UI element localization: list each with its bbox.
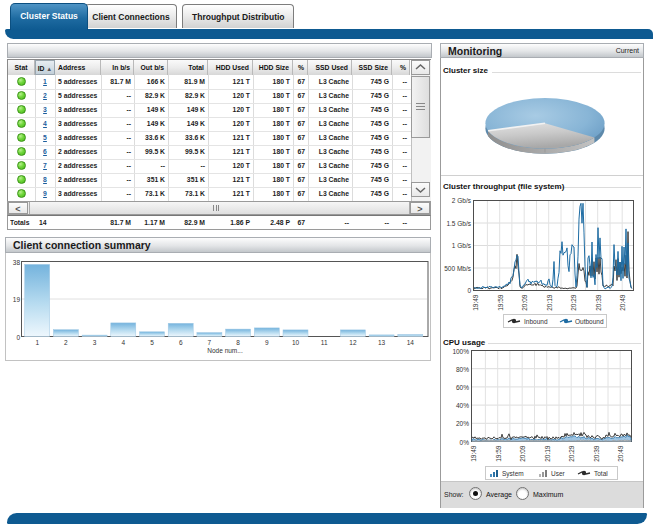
svg-text:14: 14 — [407, 339, 415, 346]
svg-text:4: 4 — [121, 339, 125, 346]
svg-text:1.5 Gb/s: 1.5 Gb/s — [446, 220, 471, 227]
svg-text:20:49: 20:49 — [617, 445, 624, 462]
svg-text:20:09: 20:09 — [521, 294, 528, 311]
svg-text:40%: 40% — [456, 402, 469, 409]
svg-text:500 Mb/s: 500 Mb/s — [444, 265, 471, 272]
svg-text:20:29: 20:29 — [568, 445, 575, 462]
svg-text:19:49: 19:49 — [472, 294, 479, 311]
svg-text:20%: 20% — [456, 420, 469, 427]
svg-text:7: 7 — [208, 339, 212, 346]
svg-text:80%: 80% — [456, 366, 469, 373]
svg-text:20:09: 20:09 — [519, 445, 526, 462]
svg-text:1 Gb/s: 1 Gb/s — [452, 242, 472, 249]
svg-text:20:19: 20:19 — [546, 294, 553, 311]
svg-text:5: 5 — [150, 339, 154, 346]
svg-text:10: 10 — [292, 339, 300, 346]
svg-text:11: 11 — [321, 339, 328, 346]
svg-text:100%: 100% — [452, 348, 469, 355]
svg-text:20:39: 20:39 — [593, 445, 600, 462]
svg-text:0%: 0% — [460, 439, 470, 446]
svg-text:2: 2 — [64, 339, 68, 346]
svg-text:0: 0 — [16, 334, 20, 341]
svg-text:13: 13 — [378, 339, 386, 346]
svg-text:2 Gb/s: 2 Gb/s — [452, 197, 472, 204]
svg-text:9: 9 — [265, 339, 269, 346]
svg-text:0: 0 — [467, 287, 471, 294]
svg-text:1: 1 — [35, 339, 39, 346]
svg-text:20:19: 20:19 — [544, 445, 551, 462]
svg-text:Outbound: Outbound — [575, 318, 604, 325]
svg-text:Inbound: Inbound — [524, 318, 548, 325]
svg-text:19:59: 19:59 — [495, 445, 502, 462]
svg-text:12: 12 — [349, 339, 357, 346]
svg-text:38: 38 — [13, 259, 21, 266]
svg-text:20:29: 20:29 — [570, 294, 577, 311]
svg-text:Node num...: Node num... — [207, 347, 243, 354]
svg-text:3: 3 — [93, 339, 97, 346]
svg-text:User: User — [551, 470, 566, 477]
svg-text:20:49: 20:49 — [619, 294, 626, 311]
svg-text:20:39: 20:39 — [595, 294, 602, 311]
svg-text:Total: Total — [594, 470, 608, 477]
svg-text:60%: 60% — [456, 384, 469, 391]
svg-text:6: 6 — [179, 339, 183, 346]
svg-text:19:49: 19:49 — [470, 445, 477, 462]
svg-text:19: 19 — [13, 296, 21, 303]
svg-text:19:59: 19:59 — [497, 294, 504, 311]
svg-text:8: 8 — [236, 339, 240, 346]
svg-text:System: System — [502, 470, 524, 478]
